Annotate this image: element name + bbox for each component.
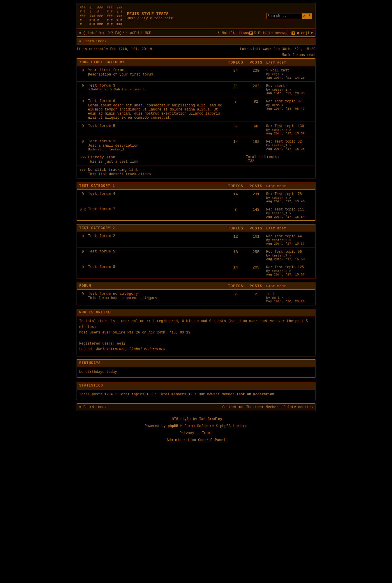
last-post-link[interactable]: Re: ssert (266, 84, 285, 88)
last-post-link[interactable]: Re: Test topic 111 (266, 208, 304, 212)
mark-forums-read-link[interactable]: Mark forums read (282, 53, 315, 57)
last-post-link[interactable]: Re: Test topic 96 (266, 250, 302, 254)
col-topics-header: TOPICS (225, 60, 246, 65)
forum-name: Test forum 9 (88, 124, 225, 128)
forum-name-link[interactable]: Test forum 2 (88, 234, 115, 238)
pm-link[interactable]: © Private messages1 (254, 31, 295, 35)
privacy-link[interactable]: Privacy (179, 430, 194, 437)
header: ### # ### ### ### # # # # # # # # ### ##… (77, 3, 315, 29)
forum-lastpost: ? Poll test by eeji > Jan 30th, '21, 14:… (266, 68, 313, 80)
last-post-author-link[interactable]: tester_4 (272, 128, 287, 132)
quick-links[interactable]: = Quick links (79, 31, 107, 35)
forum-icon: 0 (79, 192, 86, 196)
forum-lastpost: test by eeji > May 18th, '20, 20:28 (266, 292, 313, 303)
last-post-link[interactable]: Re: Test topic 125 (266, 265, 304, 269)
forum-name-link[interactable]: Test forum 4 (88, 192, 115, 196)
notifications-link[interactable]: ! Notifications2 (218, 31, 253, 35)
forum-name-link[interactable]: Test forum 8 (88, 265, 115, 269)
forum-name-link[interactable]: Test forum 6 (88, 99, 115, 103)
last-post-link[interactable]: test (266, 292, 275, 296)
nav-bar: = Quick links ? ? FAQ * * ACP i i MCP ! … (77, 30, 315, 37)
forum-desc: Lorem ipsum dolor sit amet, consectetur … (88, 103, 225, 120)
last-post-author-link[interactable]: tester_6 (272, 196, 287, 200)
forum-name-link[interactable]: Test forum no category (88, 292, 138, 296)
terms-link[interactable]: Terms (202, 430, 213, 437)
forum-info: Test forum 6 Lorem ipsum dolor sit amet,… (88, 99, 225, 120)
last-post-author-link[interactable]: tester_7 (272, 254, 287, 257)
forum-row: 0 Test forum 6 Lorem ipsum dolor sit ame… (77, 97, 315, 122)
forum-name-link[interactable]: Test forum 5 (88, 249, 115, 254)
category-name: YOUR FIRST CATEGORY (79, 60, 225, 64)
forum-name: Test forum 7 (88, 207, 225, 211)
no-track-link[interactable]: No click tracking link (88, 168, 138, 172)
last-post-link[interactable]: ? Poll test (266, 69, 289, 73)
forum-posts: 205 (246, 265, 266, 270)
forum-name-link[interactable]: Test forum 7 (88, 207, 115, 211)
last-post-author-link[interactable]: tester_1 (272, 212, 287, 215)
last-post-author-link[interactable]: tester_8 (272, 269, 287, 273)
style-author-link[interactable]: Ian Bradley (199, 417, 222, 421)
last-post-link[interactable]: Re: Test topic 130 (266, 124, 304, 128)
who-is-online-header: WHO IS ONLINE (77, 309, 315, 316)
last-post-link[interactable]: Re: Test topic 78 (266, 192, 302, 196)
last-post-author-link[interactable]: tester_7 (272, 144, 287, 147)
site-title: EEJIS STYLE TESTS (127, 12, 173, 16)
powered-by-label: Powered by (145, 424, 166, 428)
redirect-name: Linkety link (88, 155, 246, 159)
forum-topics: 14 (225, 139, 246, 144)
last-post-author-link[interactable]: eeji (272, 73, 280, 76)
members-link[interactable]: Members (266, 405, 280, 409)
advanced-search-button[interactable]: * (307, 13, 312, 19)
board-index-breadcrumb[interactable]: = Board index (79, 39, 107, 43)
statistics-header: STATISTICS (77, 382, 315, 389)
search-input[interactable] (266, 13, 301, 19)
last-post-date: Aug 20th, '17, 15:57 (266, 273, 313, 276)
last-post-title: Re: Test topic 111 (266, 208, 313, 212)
moderator-link[interactable]: tester_1 (109, 148, 125, 151)
contact-us-link[interactable]: Contact us (222, 405, 243, 409)
last-post-author-link[interactable]: demo (272, 103, 280, 107)
last-post-link[interactable]: Re: Test topic 32 (266, 140, 302, 144)
forum-icon: 0 (79, 69, 86, 73)
delete-cookies-link[interactable]: Delete cookies (283, 405, 313, 409)
phpbb-link[interactable]: phpBB (168, 424, 178, 428)
last-post-title: test (266, 292, 313, 296)
site-title-area: EEJIS STYLE TESTS Just a style test site (127, 12, 173, 20)
forum-name-link[interactable]: Test forum 9 (88, 124, 115, 128)
category-name: FORUM (79, 284, 225, 288)
admin-panel-link-container: Administration Control Panel (77, 437, 315, 444)
time-bar: It is currently Feb 12th, '21, 20:19 Las… (77, 47, 315, 52)
forum-name-link[interactable]: Test forum 3 (88, 83, 115, 88)
username-link[interactable]: eeji (301, 31, 310, 35)
last-post-link[interactable]: Re: Test topic 44 (266, 234, 302, 238)
col-lastpost-header: LAST POST (266, 60, 313, 64)
last-post-author-link[interactable]: tester_1 (272, 88, 287, 92)
legend-items: Administrators, Global moderators (96, 347, 165, 351)
search-button[interactable]: > (302, 13, 307, 19)
last-post-by: by tester_3 > (266, 238, 313, 242)
redirect-link[interactable]: Linkety link (88, 155, 115, 159)
faq-link[interactable]: ? FAQ (111, 31, 121, 35)
acp-link[interactable]: * ACP (126, 31, 136, 35)
footer-board-index[interactable]: = Board index (79, 405, 107, 409)
last-post-author-link[interactable]: eeji (272, 296, 280, 300)
user-online-indicator (297, 32, 299, 34)
forum-name-link[interactable]: Test forum 1 (88, 139, 115, 143)
forum-name-link[interactable]: Your first forum (88, 68, 124, 72)
forum-table: 0 Test forum no category This forum has … (77, 290, 315, 305)
col-topics-header: TOPICS (225, 183, 246, 188)
the-team-link[interactable]: The team (246, 405, 263, 409)
newest-member-link[interactable]: Test on moderation (236, 392, 274, 396)
forum-row: 0 x Test forum 7 8 148 Re: Test topic 11… (77, 205, 315, 220)
last-post-date: Aug 20th, '17, 15:46 (266, 200, 313, 203)
pm-badge: 1 (292, 31, 295, 35)
who-is-online-section: WHO IS ONLINE In total there is 1 user o… (77, 309, 315, 355)
admin-panel-link[interactable]: Administration Control Panel (167, 438, 225, 442)
forum-name: Test forum 1 (88, 139, 225, 143)
forum-topics: 24 (225, 68, 246, 73)
mcp-link[interactable]: i MCP (141, 31, 151, 35)
redirect-count-label: Total redirects: (246, 155, 313, 159)
footer-nav: = Board index Contact us The team Member… (77, 403, 315, 411)
last-post-link[interactable]: Re: Test topic 97 (266, 99, 302, 103)
last-post-author-link[interactable]: tester_3 (272, 238, 287, 242)
